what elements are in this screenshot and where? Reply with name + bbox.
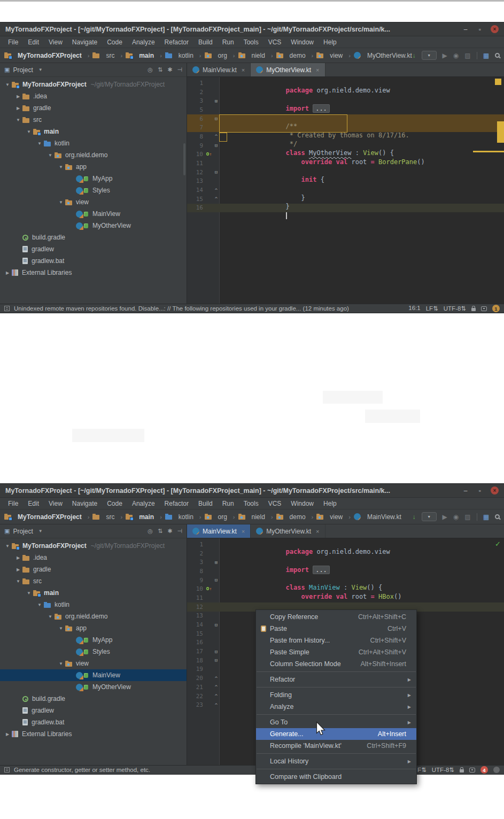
fold-marker-icon[interactable]: ⊞	[213, 560, 220, 565]
fold-marker-icon[interactable]: ^	[213, 684, 220, 690]
tree-expand-arrow[interactable]: ▼	[46, 614, 55, 619]
fold-marker-icon[interactable]: ⊟	[213, 143, 220, 148]
menu-item[interactable]: Code	[102, 498, 127, 509]
context-menu-item[interactable]: Generate... Alt+Insert	[256, 728, 416, 740]
tree-row[interactable]: MyApp	[0, 634, 187, 646]
menu-item[interactable]: File	[3, 498, 23, 509]
menu-item[interactable]: Refactor	[160, 498, 193, 509]
close-button[interactable]: ×	[491, 486, 499, 495]
maximize-button[interactable]: ▫	[476, 26, 484, 33]
tree-row[interactable]: MyOtherView	[0, 681, 187, 693]
fold-marker-icon[interactable]: ⊟	[213, 622, 220, 628]
lock-icon[interactable]	[471, 308, 476, 311]
tree-row[interactable]: ▼ src	[0, 114, 187, 126]
tree-expand-arrow[interactable]: ▼	[14, 579, 22, 584]
breadcrumb-item[interactable]: org	[205, 513, 238, 521]
context-menu-item[interactable]	[256, 767, 416, 771]
tree-expand-arrow[interactable]: ▼	[25, 591, 33, 596]
tree-row[interactable]: MainView	[0, 669, 187, 681]
maximize-button[interactable]: ▫	[476, 487, 484, 495]
tree-row[interactable]: ▼ view	[0, 196, 187, 208]
tree-row[interactable]: ▼ app	[0, 161, 187, 173]
context-menu-item[interactable]: Folding ▶	[256, 689, 416, 701]
tree-expand-arrow[interactable]: ▼	[3, 82, 12, 87]
notification-badge[interactable]: 1	[492, 305, 500, 312]
coverage-icon[interactable]: ▨	[464, 513, 470, 521]
status-widget[interactable]: UTF-8⇅	[444, 305, 466, 312]
context-menu-item[interactable]	[256, 752, 416, 755]
error-stripe-marker[interactable]	[497, 121, 504, 143]
menu-item[interactable]: Help	[319, 498, 342, 509]
context-menu-item[interactable]: Copy Reference Ctrl+Alt+Shift+C	[256, 611, 416, 623]
run-icon[interactable]: ▶	[443, 513, 447, 521]
tree-expand-arrow[interactable]: ▼	[3, 544, 12, 548]
breadcrumb-item[interactable]: MyTornadoFXProject	[4, 52, 92, 59]
tree-row[interactable]: ▶ .idea	[0, 90, 187, 102]
tree-row[interactable]: ▶ gradle	[0, 102, 187, 114]
menu-item[interactable]: Run	[218, 36, 239, 48]
tree-expand-arrow[interactable]: ▶	[3, 271, 12, 275]
tree-expand-arrow[interactable]: ▼	[57, 626, 65, 631]
breadcrumb-item[interactable]: kotlin	[165, 52, 205, 59]
menu-item[interactable]: View	[44, 498, 67, 509]
fold-marker-icon[interactable]: ⊞	[213, 98, 220, 104]
breadcrumb-item[interactable]: MainView.kt	[354, 513, 410, 521]
tree-expand-arrow[interactable]: ▶	[14, 567, 22, 572]
event-log-icon[interactable]	[469, 768, 475, 772]
run-configuration-dropdown[interactable]: ▼	[422, 51, 437, 60]
chevron-down-icon[interactable]: ▼	[38, 529, 43, 534]
menu-item[interactable]: Edit	[23, 36, 44, 48]
fold-marker-icon[interactable]: ^	[213, 693, 220, 699]
fold-marker-icon[interactable]: ^	[213, 676, 220, 681]
breadcrumb-item[interactable]: view	[316, 52, 354, 59]
project-panel-title[interactable]: Project	[13, 528, 33, 535]
debug-icon[interactable]: ◉	[453, 513, 459, 521]
menu-item[interactable]: Tools	[239, 498, 263, 509]
fold-marker-icon[interactable]: ⊟	[213, 658, 220, 663]
tree-expand-arrow[interactable]: ▶	[14, 94, 22, 99]
tree-expand-arrow[interactable]: ▼	[57, 165, 65, 169]
panel-toolbar-icon[interactable]: ⇅	[158, 66, 162, 73]
context-menu-item[interactable]: Refactor ▶	[256, 674, 416, 685]
tree-scrollbar[interactable]	[183, 143, 185, 175]
tree-row[interactable]: build.gradle	[0, 231, 187, 243]
menu-item[interactable]: Build	[193, 498, 218, 509]
menu-item[interactable]: Refactor	[160, 36, 193, 48]
project-structure-icon[interactable]: ▦	[483, 52, 489, 59]
tree-row[interactable]: ▶ External Libraries	[0, 728, 187, 740]
inspection-ok-icon[interactable]: ✓	[495, 540, 501, 548]
status-widget[interactable]: F⇅	[417, 766, 427, 774]
menu-item[interactable]: VCS	[263, 498, 286, 509]
menu-item[interactable]: Help	[319, 36, 342, 48]
tree-row[interactable]: ▶ gradle	[0, 563, 187, 575]
tree-expand-arrow[interactable]: ▶	[14, 555, 22, 560]
context-menu-item[interactable]	[256, 713, 416, 716]
make-project-icon[interactable]: ↓	[413, 513, 416, 521]
context-menu-item[interactable]: Go To ▶	[256, 716, 416, 728]
panel-toolbar-icon[interactable]: ⊣	[177, 66, 182, 73]
tree-row[interactable]: gradlew.bat	[0, 255, 187, 267]
menu-item[interactable]: Window	[286, 498, 319, 509]
menu-item[interactable]: Run	[218, 498, 239, 509]
context-menu-item[interactable]: Paste Ctrl+V	[256, 623, 416, 635]
fold-marker-icon[interactable]: ⊟	[213, 169, 220, 175]
menu-item[interactable]: Code	[102, 36, 127, 48]
tree-row[interactable]: gradlew.bat	[0, 716, 187, 728]
context-menu-item[interactable]: Compare with Clipboard	[256, 771, 416, 783]
menu-item[interactable]: Analyze	[127, 36, 160, 48]
make-project-icon[interactable]: ↓	[413, 52, 416, 59]
fold-marker-icon[interactable]: ⊟	[213, 577, 220, 583]
breadcrumb-item[interactable]: nield	[238, 513, 276, 521]
context-menu-item[interactable]: Recompile 'MainView.kt' Ctrl+Shift+F9	[256, 740, 416, 752]
tree-row[interactable]: Styles	[0, 646, 187, 658]
panel-toolbar-icon[interactable]: ◎	[148, 66, 153, 73]
panel-toolbar-icon[interactable]: ⇅	[158, 528, 162, 535]
run-configuration-dropdown[interactable]: ▼	[422, 512, 437, 521]
panel-toolbar-icon[interactable]: ✱	[167, 66, 172, 73]
panel-toolbar-icon[interactable]: ◎	[148, 528, 153, 535]
error-stripe-marker[interactable]	[495, 79, 501, 85]
tree-expand-arrow[interactable]: ▼	[14, 118, 22, 122]
menu-item[interactable]: Navigate	[67, 498, 102, 509]
override-marker-icon[interactable]	[205, 586, 213, 592]
menu-item[interactable]: View	[44, 36, 67, 48]
